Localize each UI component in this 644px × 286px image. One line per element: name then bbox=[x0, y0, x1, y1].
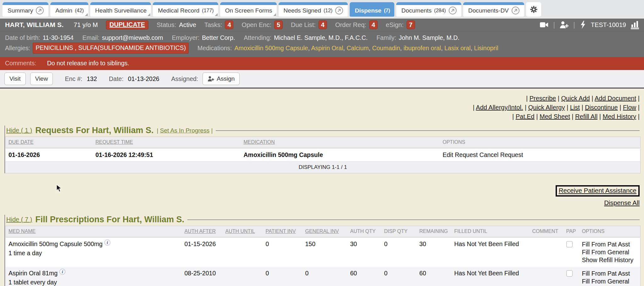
tab-label: Dispense bbox=[355, 7, 381, 14]
col-auth-until[interactable]: AUTH UNTIL bbox=[222, 226, 263, 237]
quick-action-lightning-icon[interactable] bbox=[580, 20, 586, 29]
col-patient-inv[interactable]: PATIENT INV bbox=[263, 226, 302, 237]
set-as-in-progress-link[interactable]: Set As In Progress bbox=[160, 127, 209, 134]
col-med-name[interactable]: MED NAME bbox=[5, 226, 181, 237]
esign-count-badge[interactable]: 7 bbox=[407, 20, 415, 29]
settings-gear-icon[interactable] bbox=[526, 2, 541, 17]
col-request-time[interactable]: REQUEST TIME bbox=[92, 137, 241, 148]
medication-link[interactable]: Amoxicillin 500mg Capsule bbox=[235, 45, 308, 51]
requests-hide-link[interactable]: Hide ( 1 ) bbox=[6, 127, 32, 134]
requests-section-header: Hide ( 1 ) Requests For Hart, William S.… bbox=[5, 126, 640, 135]
pap-checkbox[interactable] bbox=[566, 270, 573, 277]
order-req-count-badge[interactable]: 4 bbox=[369, 20, 378, 29]
tasks-label: Tasks: bbox=[204, 21, 222, 29]
patient-age-sex: 71 y/o M bbox=[74, 21, 98, 29]
dispense-all-link[interactable]: Dispense All bbox=[604, 199, 640, 206]
due-list-count-badge[interactable]: 4 bbox=[319, 20, 327, 29]
open-in-new-icon[interactable] bbox=[511, 6, 520, 15]
tab-label: Summary bbox=[8, 7, 33, 14]
add-person-icon[interactable] bbox=[560, 21, 569, 29]
comments-text: Do not release info to siblings. bbox=[47, 60, 129, 67]
tab-label: On Screen Forms bbox=[225, 7, 272, 14]
med-history-link[interactable]: Med History bbox=[603, 113, 636, 120]
tab-on-screen-forms[interactable]: On Screen Forms bbox=[220, 2, 277, 17]
discontinue-link[interactable]: Discontinue bbox=[585, 104, 618, 111]
esign-label: eSign: bbox=[386, 21, 404, 29]
receive-patient-assistance-link[interactable]: Receive Patient Assistance bbox=[559, 187, 636, 194]
medication-link[interactable]: Calcium bbox=[343, 45, 369, 51]
medication-link[interactable]: ibuprofen oral bbox=[400, 45, 441, 51]
info-icon[interactable]: i bbox=[104, 240, 110, 246]
edit-request-link[interactable]: Edit Request bbox=[443, 151, 478, 158]
info-icon[interactable]: i bbox=[59, 269, 65, 275]
due-list-label: Due List: bbox=[291, 21, 316, 29]
prescribe-link[interactable]: Prescribe bbox=[530, 95, 556, 102]
fill-from-general-link[interactable]: Fill From General bbox=[582, 278, 637, 285]
med-name-cell: Aspirin Oral 81mgi 1 tablet every day bbox=[5, 267, 181, 286]
flow-link[interactable]: Flow bbox=[623, 104, 636, 111]
pat-ed-link[interactable]: Pat.Ed bbox=[516, 113, 535, 120]
tab-count: (42) bbox=[75, 8, 84, 13]
tab-label: Admin bbox=[55, 7, 72, 14]
open-in-new-icon[interactable] bbox=[36, 6, 44, 15]
tab-health-surveillance[interactable]: Health Surveillance bbox=[90, 2, 151, 17]
comment-cell bbox=[529, 267, 563, 286]
allergies-badge[interactable]: PENICILLINS , SULFA(SULFONAMIDE ANTIBIOT… bbox=[33, 43, 189, 54]
patient-name: HART, WILLIAM S. bbox=[5, 21, 64, 29]
medication-link[interactable]: Aspirin Oral bbox=[308, 45, 343, 51]
comments-label: Comments: bbox=[5, 60, 36, 67]
requests-table: DUE DATE REQUEST TIME MEDICATION OPTIONS… bbox=[5, 137, 641, 173]
list-link[interactable]: List bbox=[570, 104, 580, 111]
medication-link[interactable]: Lasix oral bbox=[441, 45, 470, 51]
fill-from-pat-asst-link[interactable]: Fill From Pat Asst bbox=[582, 240, 637, 248]
view-button[interactable]: View bbox=[30, 73, 53, 85]
col-pap: PAP bbox=[563, 226, 579, 237]
col-due-date[interactable]: DUE DATE bbox=[5, 137, 92, 148]
assign-button[interactable]: Assign bbox=[203, 73, 240, 85]
medications-label: Medications: bbox=[197, 43, 232, 53]
refill-all-link[interactable]: Refill All bbox=[575, 113, 597, 120]
auth-qty-cell: 30 bbox=[347, 237, 381, 267]
fill-from-general-link[interactable]: Fill From General bbox=[582, 248, 637, 256]
add-document-link[interactable]: Add Document bbox=[595, 95, 636, 102]
tasks-count-badge[interactable]: 4 bbox=[225, 20, 233, 29]
medication-link[interactable]: Coumadin bbox=[369, 45, 400, 51]
add-allergy-link[interactable]: Add Allergy/Intol. bbox=[476, 104, 523, 111]
open-in-new-icon[interactable] bbox=[448, 6, 457, 15]
action-links-row3: Pat.EdMed SheetRefill AllMed History bbox=[4, 112, 640, 121]
pap-checkbox[interactable] bbox=[566, 241, 573, 247]
fill-hide-link[interactable]: Hide ( 7 ) bbox=[6, 216, 32, 223]
tab-label: Medical Record bbox=[158, 7, 199, 14]
tab-admin[interactable]: Admin (42) bbox=[50, 2, 88, 17]
visit-button[interactable]: Visit bbox=[4, 73, 26, 85]
options-cell: Fill From Pat Asst Fill From General Sho… bbox=[579, 237, 641, 267]
tab-summary[interactable]: Summary bbox=[3, 2, 48, 17]
cancel-request-link[interactable]: Cancel Request bbox=[480, 151, 523, 158]
receive-patient-assistance-box: Receive Patient Assistance bbox=[556, 185, 640, 197]
med-sheet-link[interactable]: Med Sheet bbox=[540, 113, 570, 120]
open-in-new-icon[interactable] bbox=[335, 6, 343, 15]
video-call-icon[interactable] bbox=[540, 21, 548, 29]
col-medication[interactable]: MEDICATION bbox=[241, 137, 440, 148]
show-refill-history-link[interactable]: Show Refill History bbox=[582, 256, 637, 264]
quick-allergy-link[interactable]: Quick Allergy bbox=[528, 104, 565, 111]
duplicate-badge[interactable]: DUPLICATE bbox=[106, 20, 148, 30]
quick-add-link[interactable]: Quick Add bbox=[561, 95, 590, 102]
tab-count: (177) bbox=[202, 8, 214, 13]
assistance-links: Receive Patient Assistance bbox=[4, 185, 640, 197]
col-general-inv[interactable]: GENERAL INV bbox=[302, 226, 347, 237]
tab-dispense[interactable]: Dispense (7) bbox=[350, 2, 394, 17]
comments-bar: Comments: Do not release info to sibling… bbox=[0, 57, 644, 70]
attending-value: Michael E. Sample, M.D., F.A.C.C. bbox=[274, 33, 368, 43]
fill-from-pat-asst-link[interactable]: Fill From Pat Asst bbox=[582, 270, 637, 278]
dob-value: 11-30-1954 bbox=[43, 33, 74, 43]
tab-documents[interactable]: Documents (284) bbox=[396, 2, 461, 17]
dispense-content: PrescribeQuick AddAdd Document Add Aller… bbox=[0, 94, 644, 286]
tab-documents-dv[interactable]: Documents-DV bbox=[463, 2, 524, 17]
open-enc-count-badge[interactable]: 5 bbox=[274, 20, 283, 29]
flowsheet-chart-icon[interactable] bbox=[631, 21, 639, 29]
medication-link[interactable]: Lisinopril bbox=[471, 45, 498, 51]
tab-needs-signed[interactable]: Needs Signed (12) bbox=[279, 2, 348, 17]
col-auth-after[interactable]: AUTH AFTER bbox=[181, 226, 222, 237]
tab-medical-record[interactable]: Medical Record (177) bbox=[153, 2, 218, 17]
